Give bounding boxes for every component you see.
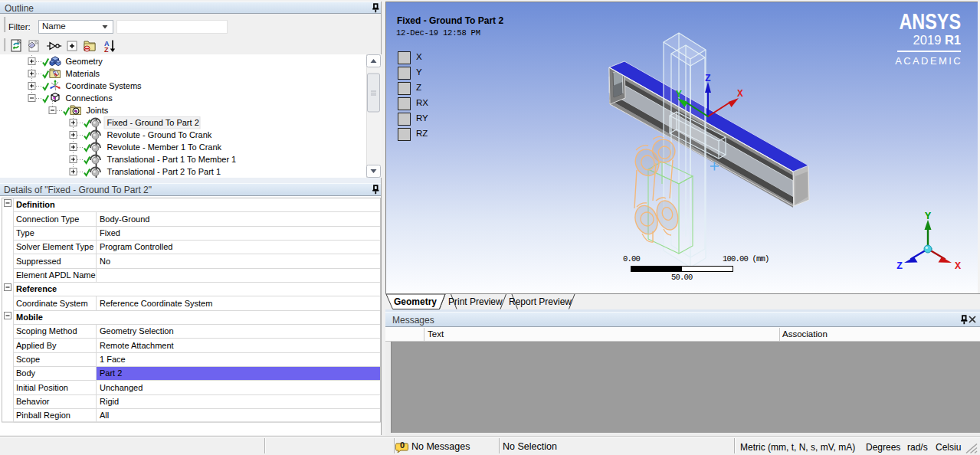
svg-text:Applied By: Applied By	[16, 341, 57, 350]
svg-text:Z: Z	[896, 260, 903, 272]
svg-text:X: X	[955, 260, 962, 272]
svg-text:Geometry Selection: Geometry Selection	[100, 326, 174, 336]
svg-text:1 Face: 1 Face	[100, 355, 126, 364]
svg-text:Connection Type: Connection Type	[16, 214, 79, 224]
svg-text:Mobile: Mobile	[16, 313, 43, 322]
svg-text:Reference: Reference	[16, 284, 57, 293]
svg-text:Pinball Region: Pinball Region	[16, 411, 70, 420]
svg-text:Coordinate System: Coordinate System	[16, 299, 88, 308]
svg-text:All: All	[100, 411, 109, 420]
svg-text:0: 0	[400, 440, 405, 450]
svg-text:Behavior: Behavior	[16, 397, 50, 406]
svg-text:Fixed: Fixed	[100, 228, 120, 237]
svg-text:Y: Y	[676, 89, 682, 100]
svg-text:Suppressed: Suppressed	[16, 257, 61, 266]
svg-text:No: No	[100, 257, 110, 266]
svg-text:Program Controlled: Program Controlled	[100, 242, 172, 251]
svg-text:Definition: Definition	[16, 200, 55, 209]
svg-text:Type: Type	[16, 228, 34, 237]
svg-text:Scoping Method: Scoping Method	[16, 326, 77, 336]
svg-text:Initial Position: Initial Position	[16, 383, 68, 392]
svg-text:Body: Body	[16, 368, 36, 378]
svg-text:Element APDL Name: Element APDL Name	[16, 270, 96, 280]
svg-text:Unchanged: Unchanged	[100, 383, 143, 392]
svg-text:Scope: Scope	[16, 355, 40, 364]
svg-text:Z: Z	[705, 73, 711, 84]
svg-text:Reference Coordinate System: Reference Coordinate System	[100, 299, 212, 308]
svg-text:Solver Element Type: Solver Element Type	[16, 242, 93, 251]
svg-text:Remote Attachment: Remote Attachment	[100, 341, 174, 350]
svg-text:Rigid: Rigid	[100, 397, 119, 406]
svg-text:Y: Y	[925, 211, 932, 222]
svg-text:Body-Ground: Body-Ground	[100, 214, 149, 224]
svg-text:Part 2: Part 2	[100, 368, 122, 378]
svg-text:X: X	[737, 88, 743, 100]
